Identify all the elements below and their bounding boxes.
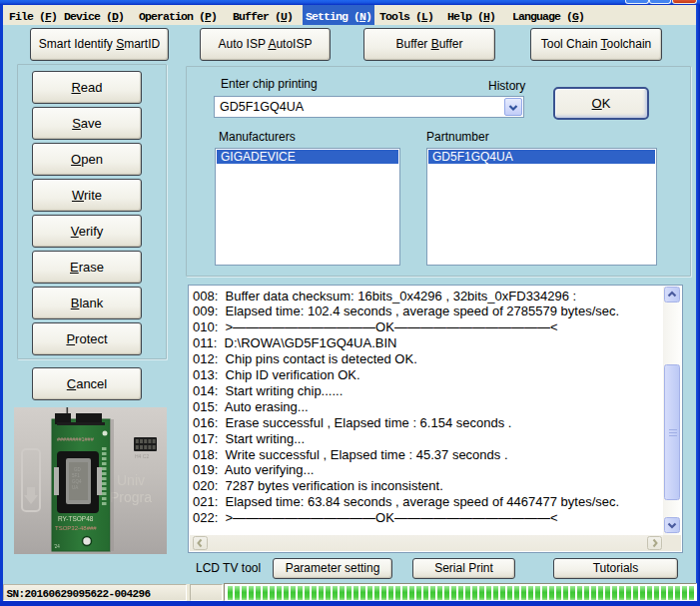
svg-text:########1###: ########1###: [57, 436, 95, 442]
svg-text:5F1: 5F1: [72, 473, 80, 478]
svg-text:GQ4: GQ4: [72, 479, 82, 484]
svg-text:GD: GD: [74, 467, 82, 472]
svg-text:UA: UA: [72, 485, 78, 490]
svg-text:RY-TSOP48: RY-TSOP48: [58, 515, 94, 522]
svg-text:Progra: Progra: [110, 489, 152, 505]
svg-text:H4 C2: H4 C2: [135, 453, 149, 459]
svg-text:Univ: Univ: [117, 472, 145, 488]
svg-text:TSOP32-48###: TSOP32-48###: [55, 525, 97, 531]
svg-text:'24: '24: [54, 544, 60, 549]
